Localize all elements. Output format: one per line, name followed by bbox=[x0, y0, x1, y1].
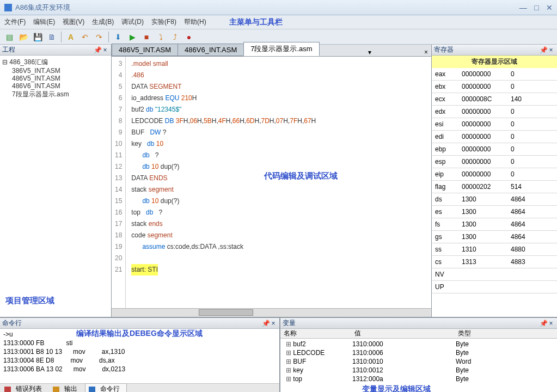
register-panel-title: 寄存器 bbox=[434, 45, 540, 54]
menu-help[interactable]: 帮助(H) bbox=[184, 17, 206, 27]
open-icon[interactable]: 📂 bbox=[17, 31, 29, 43]
menu-edit[interactable]: 编辑(E) bbox=[33, 17, 55, 27]
close-icon[interactable]: ✕ bbox=[546, 3, 553, 12]
download-icon[interactable]: ⬇ bbox=[112, 31, 124, 43]
editor-annotation: 代码编辑及调试区域 bbox=[264, 171, 338, 181]
cmd-panel-title: 命令行 bbox=[2, 318, 262, 328]
new-file-icon[interactable]: ▤ bbox=[3, 31, 15, 43]
stepinto-icon[interactable]: ⤵ bbox=[155, 31, 167, 43]
menu-build[interactable]: 生成(B) bbox=[92, 17, 114, 27]
panel-close-icon[interactable]: × bbox=[101, 46, 109, 54]
saveall-icon[interactable]: 🗎 bbox=[46, 31, 58, 43]
tree-root[interactable]: 486_386汇编 bbox=[9, 58, 48, 66]
save-icon[interactable]: 💾 bbox=[32, 31, 44, 43]
redo-icon[interactable]: ↷ bbox=[93, 31, 105, 43]
editor-tabs: 486V5_INT.ASM 486V6_INT.ASM 7段显示器显示.asm … bbox=[112, 45, 431, 57]
menu-view[interactable]: 视图(V) bbox=[63, 17, 84, 27]
var-col-value: 值 bbox=[351, 329, 455, 338]
code-editor[interactable]: 3456789101112131415161718192021 .model s… bbox=[112, 57, 431, 308]
tab-close-icon[interactable]: × bbox=[421, 48, 431, 56]
app-icon bbox=[4, 4, 12, 11]
cmd-annotation: 编译结果输出及DEBEG命令显示区域 bbox=[76, 329, 203, 339]
tree-file[interactable]: 7段显示器显示.asm bbox=[2, 90, 109, 99]
project-tree[interactable]: ⊟ 486_386汇编 386V5_INT.ASM 486V5_INT.ASM … bbox=[0, 56, 111, 285]
project-annotation: 项目管理区域 bbox=[0, 285, 111, 317]
line-gutter: 3456789101112131415161718192021 bbox=[112, 57, 126, 308]
cmd-tab-cmd[interactable]: 命令行 bbox=[85, 383, 127, 392]
tab[interactable]: 486V5_INT.ASM bbox=[112, 44, 178, 56]
pin-icon[interactable]: 📌 bbox=[262, 320, 270, 327]
cmd-tab-output[interactable]: 输出 bbox=[50, 384, 84, 392]
tab-dropdown-icon[interactable]: ▾ bbox=[365, 48, 375, 56]
cmd-output[interactable]: ->u1313:0000 FB sti1313:0001 B8 10 13 mo… bbox=[0, 329, 279, 383]
stop-icon[interactable]: ■ bbox=[140, 31, 152, 43]
window-title: A86集成开发环境 bbox=[15, 3, 514, 13]
breakpoint-icon[interactable]: ● bbox=[183, 31, 195, 43]
menu-debug[interactable]: 调试(D) bbox=[121, 17, 144, 27]
stepover-icon[interactable]: ⤴ bbox=[169, 31, 181, 43]
register-table[interactable]: eax000000000ebx000000000ecx0000008C140ed… bbox=[432, 68, 557, 317]
run-icon[interactable]: ▶ bbox=[126, 31, 138, 43]
pin-icon[interactable]: 📌 bbox=[94, 46, 101, 54]
tree-file[interactable]: 386V5_INT.ASM bbox=[2, 67, 109, 75]
tree-file[interactable]: 486V5_INT.ASM bbox=[2, 75, 109, 82]
tab[interactable]: 486V6_INT.ASM bbox=[177, 44, 244, 56]
minimize-icon[interactable]: — bbox=[519, 3, 527, 12]
cmd-tab-errors[interactable]: 错误列表 bbox=[1, 384, 48, 392]
code-body[interactable]: .model small.486DATA SEGMENTio_address E… bbox=[126, 57, 431, 308]
menu-file[interactable]: 文件(F) bbox=[4, 17, 26, 27]
tree-file[interactable]: 486V6_INT.ASM bbox=[2, 82, 109, 90]
pin-icon[interactable]: 📌 bbox=[540, 46, 547, 54]
maximize-icon[interactable]: □ bbox=[534, 3, 538, 12]
menu-annotation: 主菜单与工具栏 bbox=[229, 17, 283, 27]
panel-close-icon[interactable]: × bbox=[270, 320, 277, 327]
var-col-type: 类型 bbox=[455, 329, 557, 338]
var-panel-title: 变量 bbox=[283, 318, 540, 328]
panel-close-icon[interactable]: × bbox=[547, 320, 555, 327]
undo-icon[interactable]: ↶ bbox=[79, 31, 91, 43]
pin-icon[interactable]: 📌 bbox=[540, 320, 547, 327]
menu-experiment[interactable]: 实验(F8) bbox=[151, 17, 176, 27]
horizontal-scrollbar[interactable] bbox=[112, 308, 431, 317]
tab-active[interactable]: 7段显示器显示.asm bbox=[243, 42, 319, 56]
register-header: 寄存器显示区域 bbox=[432, 56, 557, 68]
panel-close-icon[interactable]: × bbox=[547, 46, 555, 54]
var-annotation: 变量显示及编辑区域 bbox=[362, 384, 431, 392]
var-col-name: 名称 bbox=[280, 329, 351, 338]
menu-bar: 文件(F) 编辑(E) 视图(V) 生成(B) 调试(D) 实验(F8) 帮助(… bbox=[0, 15, 557, 29]
var-table[interactable]: ⊞ buf21310:0000Byte⊞ LEDCODE1310:0006Byt… bbox=[280, 339, 557, 392]
project-panel-title: 工程 bbox=[2, 45, 94, 54]
build-icon[interactable]: A bbox=[65, 31, 77, 43]
